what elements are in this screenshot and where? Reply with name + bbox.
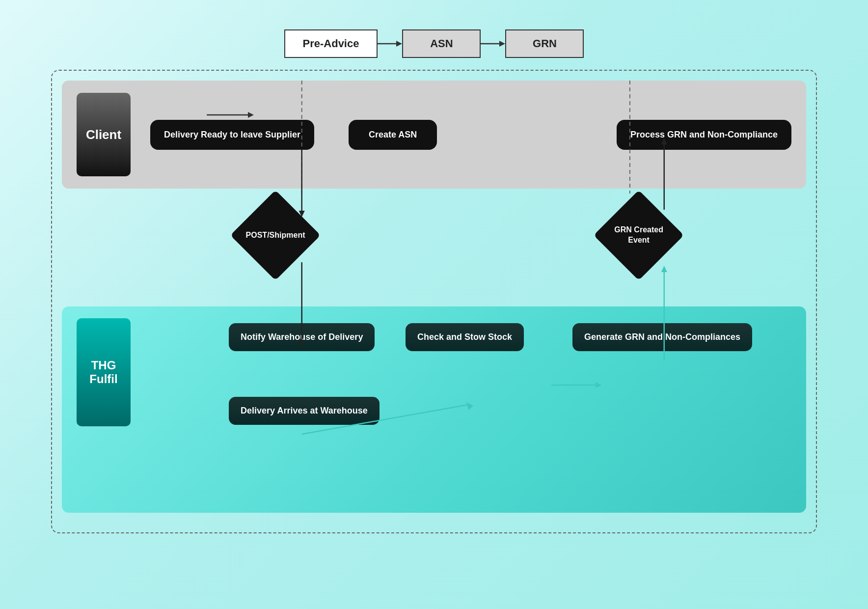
create-asn-box: Create ASN [349, 120, 437, 150]
asn-label: ASN [430, 37, 453, 50]
grn-created-diamond: GRN Created Event [594, 190, 684, 280]
top-row: Pre-Advice ASN GRN [284, 29, 584, 58]
pre-advice-label: Pre-Advice [303, 37, 359, 50]
notify-warehouse-box: Notify Warehouse of Delivery [229, 323, 375, 351]
generate-grn-box: Generate GRN and Non-Compliances [572, 323, 752, 351]
generate-grn-text: Generate GRN and Non-Compliances [584, 332, 740, 342]
svg-marker-3 [499, 41, 505, 47]
post-shipment-diamond: POST/Shipment [230, 190, 321, 280]
main-container: Pre-Advice ASN GRN [41, 20, 827, 589]
post-shipment-label: POST/Shipment [246, 230, 305, 241]
delivery-ready-text: Delivery Ready to leave Supplier [164, 130, 300, 139]
check-stow-text: Check and Stow Stock [417, 332, 512, 342]
arrow-pre-to-asn [378, 38, 402, 50]
grn-box: GRN [505, 29, 584, 58]
grn-created-label: GRN Created Event [607, 225, 671, 246]
process-grn-box: Process GRN and Non-Compliance [617, 120, 791, 150]
grn-label: GRN [533, 37, 557, 50]
arrow-asn-to-grn [481, 38, 505, 50]
middle-section: POST/Shipment GRN Created Event [62, 189, 806, 306]
thg-lane: THG Fulfil Notify Warehouse of Delivery … [62, 306, 806, 513]
svg-marker-1 [396, 41, 402, 47]
thg-lane-label: THG Fulfil [77, 318, 131, 426]
delivery-arrives-box: Delivery Arrives at Warehouse [229, 397, 380, 425]
notify-warehouse-text: Notify Warehouse of Delivery [241, 332, 363, 342]
process-grn-text: Process GRN and Non-Compliance [630, 130, 778, 139]
dashed-container: Client Delivery Ready to leave Supplier … [51, 70, 817, 533]
pre-advice-box: Pre-Advice [284, 29, 378, 58]
client-lane: Client Delivery Ready to leave Supplier … [62, 81, 806, 189]
delivery-ready-box: Delivery Ready to leave Supplier [150, 120, 314, 150]
check-stow-box: Check and Stow Stock [406, 323, 524, 351]
client-label-text: Client [86, 127, 121, 142]
asn-box: ASN [402, 29, 481, 58]
create-asn-text: Create ASN [369, 130, 417, 139]
client-lane-label: Client [77, 93, 131, 176]
thg-label-text: THG Fulfil [77, 359, 131, 386]
delivery-arrives-text: Delivery Arrives at Warehouse [241, 406, 368, 415]
